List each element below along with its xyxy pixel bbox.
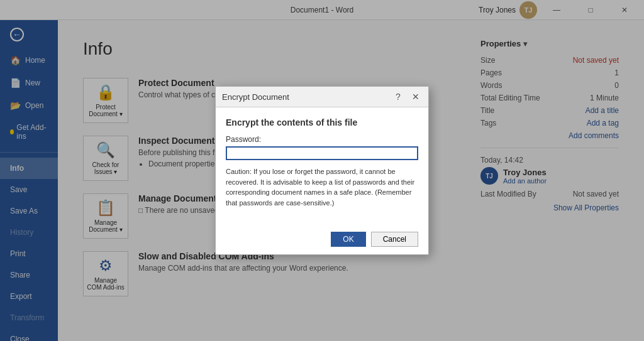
modal-title: Encrypt Document [222, 92, 289, 102]
modal-close-button[interactable]: ✕ [409, 90, 422, 103]
modal-help-button[interactable]: ? [392, 90, 404, 103]
modal-controls: ? ✕ [392, 90, 422, 103]
modal-overlay: Encrypt Document ? ✕ Encrypt the content… [0, 0, 644, 341]
modal-heading: Encrypt the contents of this file [226, 117, 418, 127]
ok-button[interactable]: OK [331, 232, 365, 247]
encrypt-document-dialog: Encrypt Document ? ✕ Encrypt the content… [215, 86, 429, 255]
modal-footer: OK Cancel [216, 227, 428, 254]
cancel-button[interactable]: Cancel [371, 232, 418, 247]
modal-titlebar: Encrypt Document ? ✕ [216, 87, 428, 107]
modal-warning: Caution: If you lose or forget the passw… [226, 166, 418, 208]
modal-body: Encrypt the contents of this file Passwo… [216, 107, 428, 227]
password-input[interactable] [226, 146, 418, 160]
password-label: Password: [226, 135, 418, 144]
